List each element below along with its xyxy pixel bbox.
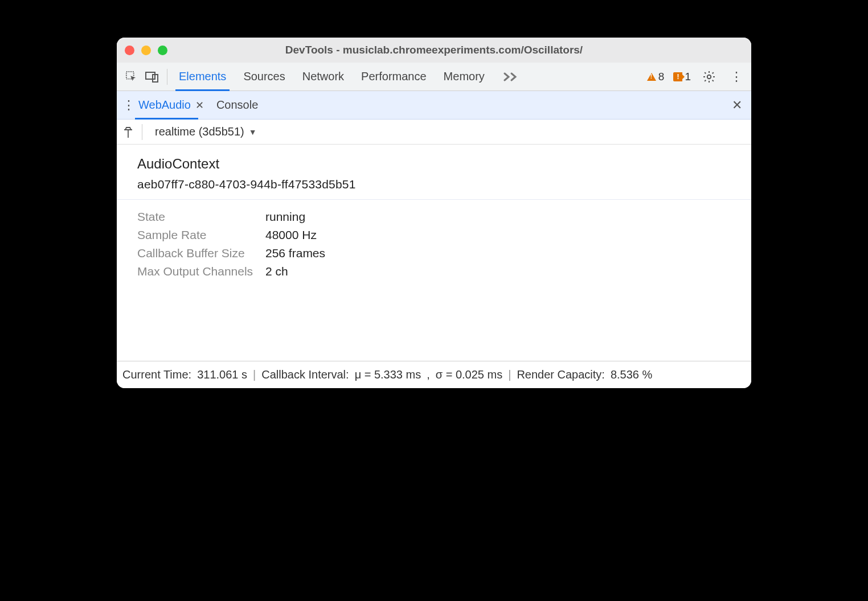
traffic-lights [125, 46, 167, 55]
status-bar: Current Time: 311.061 s | Callback Inter… [117, 361, 751, 388]
tab-sources[interactable]: Sources [243, 63, 285, 90]
current-time-value: 311.061 s [197, 368, 247, 381]
callback-interval-sigma: σ = 0.025 ms [436, 368, 502, 381]
separator: | [508, 368, 511, 381]
issues-badge[interactable]: ! 1 [673, 71, 691, 83]
tab-network[interactable]: Network [302, 63, 344, 90]
devtools-window: DevTools - musiclab.chromeexperiments.co… [117, 38, 751, 388]
more-tabs-icon[interactable] [502, 68, 520, 86]
current-time-label: Current Time: [122, 368, 191, 381]
context-id: aeb07ff7-c880-4703-944b-ff47533d5b51 [137, 178, 731, 191]
callback-interval-mu: μ = 5.333 ms [355, 368, 421, 381]
garbage-collect-icon[interactable] [122, 126, 134, 138]
context-selector-row: realtime (3d5b51) ▼ [117, 120, 751, 145]
context-heading: AudioContext [137, 156, 731, 172]
webaudio-panel: AudioContext aeb07ff7-c880-4703-944b-ff4… [117, 145, 751, 361]
drawer-kebab-icon[interactable]: ⋮ [122, 98, 135, 113]
close-drawer-icon[interactable]: ✕ [728, 98, 746, 113]
window-title: DevTools - musiclab.chromeexperiments.co… [117, 44, 751, 56]
prop-key: Callback Buffer Size [137, 246, 265, 260]
prop-key: State [137, 210, 265, 224]
render-capacity-value: 8.536 % [611, 368, 652, 381]
drawer-tabs: ⋮ WebAudio ✕ Console ✕ [117, 91, 751, 120]
prop-key: Sample Rate [137, 228, 265, 242]
context-dropdown-label: realtime (3d5b51) [155, 125, 244, 138]
tab-performance[interactable]: Performance [361, 63, 427, 90]
separator [142, 124, 142, 140]
prop-key: Max Output Channels [137, 265, 265, 278]
divider [117, 199, 751, 200]
svg-rect-1 [146, 72, 155, 79]
minimize-window-button[interactable] [141, 46, 151, 55]
prop-value: 2 ch [265, 265, 731, 278]
warnings-badge[interactable]: 8 [647, 71, 665, 83]
render-capacity-label: Render Capacity: [517, 368, 605, 381]
prop-value: 48000 Hz [265, 228, 731, 242]
window-titlebar: DevTools - musiclab.chromeexperiments.co… [117, 38, 751, 63]
svg-point-3 [707, 75, 711, 78]
prop-value: 256 frames [265, 246, 731, 260]
warning-icon [647, 73, 656, 81]
warning-count: 8 [658, 71, 665, 83]
close-tab-icon[interactable]: ✕ [195, 99, 204, 112]
prop-value: running [265, 210, 731, 224]
drawer-tab-console[interactable]: Console [216, 91, 258, 119]
chevron-down-icon: ▼ [249, 127, 257, 137]
context-properties: State running Sample Rate 48000 Hz Callb… [137, 210, 731, 278]
settings-icon[interactable] [700, 68, 718, 86]
maximize-window-button[interactable] [158, 46, 167, 55]
context-dropdown[interactable]: realtime (3d5b51) ▼ [150, 124, 261, 139]
separator: | [253, 368, 256, 381]
main-tabs: Elements Sources Network Performance Mem… [173, 63, 645, 90]
inspect-element-icon[interactable] [122, 68, 141, 86]
close-window-button[interactable] [125, 46, 134, 55]
separator [167, 69, 167, 85]
device-toolbar-icon[interactable] [143, 68, 161, 86]
toolbar-right: 8 ! 1 ⋮ [647, 68, 746, 86]
tab-elements[interactable]: Elements [179, 63, 226, 90]
tab-memory[interactable]: Memory [444, 63, 485, 90]
issue-count: 1 [685, 71, 691, 83]
drawer-tab-webaudio-label: WebAudio [138, 98, 191, 112]
main-toolbar: Elements Sources Network Performance Mem… [117, 63, 751, 91]
drawer-tab-webaudio[interactable]: WebAudio ✕ [138, 91, 204, 119]
kebab-menu-icon[interactable]: ⋮ [727, 68, 746, 86]
callback-interval-label: Callback Interval: [261, 368, 349, 381]
issue-icon: ! [673, 72, 682, 81]
